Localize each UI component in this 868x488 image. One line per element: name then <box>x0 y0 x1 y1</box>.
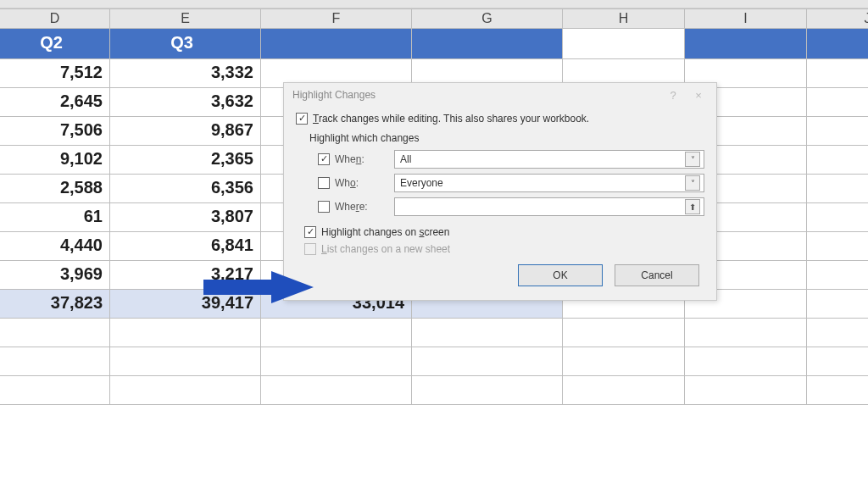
cell[interactable] <box>807 88 868 117</box>
cell[interactable] <box>807 203 868 232</box>
cell[interactable] <box>807 290 868 319</box>
close-button[interactable]: × <box>686 89 711 102</box>
where-label: Where: <box>335 201 368 213</box>
cell[interactable]: 9,867 <box>110 117 261 146</box>
col-header-I[interactable]: I <box>685 9 807 28</box>
cell[interactable] <box>0 319 110 347</box>
dialog-body: ✓ Track changes while editing. This also… <box>284 107 716 300</box>
cell[interactable] <box>563 376 685 405</box>
cell[interactable]: 3,807 <box>110 203 261 232</box>
cell[interactable]: 6,841 <box>110 232 261 261</box>
cell[interactable] <box>0 376 110 405</box>
cell[interactable] <box>807 347 868 376</box>
header-cell-Q3[interactable]: Q3 <box>110 29 261 59</box>
cell[interactable] <box>563 347 685 376</box>
track-changes-label: Track changes while editing. This also s… <box>313 113 589 125</box>
col-header-G[interactable]: G <box>412 9 563 28</box>
cell[interactable] <box>807 175 868 203</box>
highlight-on-screen-checkbox[interactable]: ✓ <box>304 226 316 238</box>
cell[interactable] <box>261 376 412 405</box>
table-row <box>0 376 868 405</box>
cell[interactable]: 4,440 <box>0 232 110 261</box>
when-checkbox[interactable]: ✓ <box>318 153 330 165</box>
cell[interactable] <box>807 117 868 146</box>
cell[interactable] <box>0 347 110 376</box>
track-changes-option[interactable]: ✓ Track changes while editing. This also… <box>296 110 704 127</box>
cell[interactable]: 2,645 <box>0 88 110 117</box>
cell[interactable] <box>807 232 868 261</box>
cell[interactable] <box>563 319 685 347</box>
cell[interactable]: 7,506 <box>0 117 110 146</box>
highlight-on-screen-option[interactable]: ✓ Highlight changes on screen <box>296 224 704 241</box>
col-header-F[interactable]: F <box>261 9 412 28</box>
col-header-J[interactable]: J <box>807 9 868 28</box>
who-label: Who: <box>335 177 359 189</box>
cell[interactable]: 7,512 <box>0 59 110 88</box>
list-on-new-sheet-option: List changes on a new sheet <box>296 241 704 258</box>
cell[interactable]: 3,632 <box>110 88 261 117</box>
when-combo[interactable]: All ˅ <box>394 150 704 169</box>
cell[interactable] <box>412 319 563 347</box>
help-button[interactable]: ? <box>660 89 686 102</box>
chevron-down-icon[interactable]: ˅ <box>685 152 700 167</box>
total-cell[interactable]: 37,823 <box>0 290 110 319</box>
dialog-titlebar[interactable]: Highlight Changes ? × <box>284 83 716 107</box>
cell[interactable] <box>110 376 261 405</box>
range-picker-icon[interactable]: ⬆ <box>685 199 700 214</box>
cell[interactable] <box>412 376 563 405</box>
cancel-button[interactable]: Cancel <box>615 264 699 286</box>
table-row <box>0 319 868 347</box>
where-checkbox[interactable] <box>318 201 330 213</box>
dialog-buttons: OK Cancel <box>296 258 704 290</box>
cell[interactable] <box>110 319 261 347</box>
cell[interactable] <box>807 319 868 347</box>
col-header-E[interactable]: E <box>110 9 261 28</box>
who-combo[interactable]: Everyone ˅ <box>394 174 704 192</box>
when-value: All <box>400 153 411 165</box>
list-on-new-sheet-label: List changes on a new sheet <box>321 243 450 255</box>
cell[interactable] <box>110 347 261 376</box>
cell[interactable] <box>412 347 563 376</box>
cell[interactable] <box>261 319 412 347</box>
header-cell[interactable] <box>261 29 412 59</box>
col-header-H[interactable]: H <box>563 9 685 28</box>
cell[interactable]: 3,332 <box>110 59 261 88</box>
window-top-strip <box>0 0 868 8</box>
header-cell-Q2[interactable]: Q2 <box>0 29 110 59</box>
where-row: Where: ⬆ <box>318 195 704 219</box>
header-cell[interactable] <box>412 29 563 59</box>
list-on-new-sheet-checkbox <box>304 243 316 255</box>
cell[interactable] <box>563 29 685 59</box>
when-row: ✓ When: All ˅ <box>318 147 704 171</box>
cell[interactable]: 9,102 <box>0 146 110 175</box>
cell[interactable] <box>807 59 868 88</box>
cell[interactable]: 3,969 <box>0 261 110 290</box>
cell[interactable] <box>685 347 807 376</box>
column-headers: D E F G H I J <box>0 8 868 29</box>
cell[interactable]: 2,365 <box>110 146 261 175</box>
chevron-down-icon[interactable]: ˅ <box>685 175 700 191</box>
cell[interactable]: 61 <box>0 203 110 232</box>
track-changes-checkbox[interactable]: ✓ <box>296 113 308 125</box>
cell[interactable]: 6,356 <box>110 175 261 203</box>
where-input[interactable]: ⬆ <box>394 197 704 216</box>
cell[interactable]: 3,217 <box>110 261 261 290</box>
cell[interactable] <box>807 261 868 290</box>
highlight-on-screen-label: Highlight changes on screen <box>321 226 449 238</box>
cell[interactable] <box>685 29 807 59</box>
cell[interactable] <box>685 319 807 347</box>
who-checkbox[interactable] <box>318 177 330 189</box>
cell[interactable] <box>807 146 868 175</box>
cell[interactable] <box>807 376 868 405</box>
table-header-row: Q2 Q3 <box>0 29 868 59</box>
ok-button[interactable]: OK <box>518 264 603 286</box>
cell[interactable] <box>261 347 412 376</box>
dialog-title: Highlight Changes <box>292 89 660 101</box>
total-cell[interactable]: 39,417 <box>110 290 261 319</box>
cell[interactable] <box>685 376 807 405</box>
table-row <box>0 347 868 376</box>
highlight-changes-dialog: Highlight Changes ? × ✓ Track changes wh… <box>283 82 717 301</box>
cell[interactable]: 2,588 <box>0 175 110 203</box>
cell[interactable] <box>807 29 868 59</box>
col-header-D[interactable]: D <box>0 9 110 28</box>
